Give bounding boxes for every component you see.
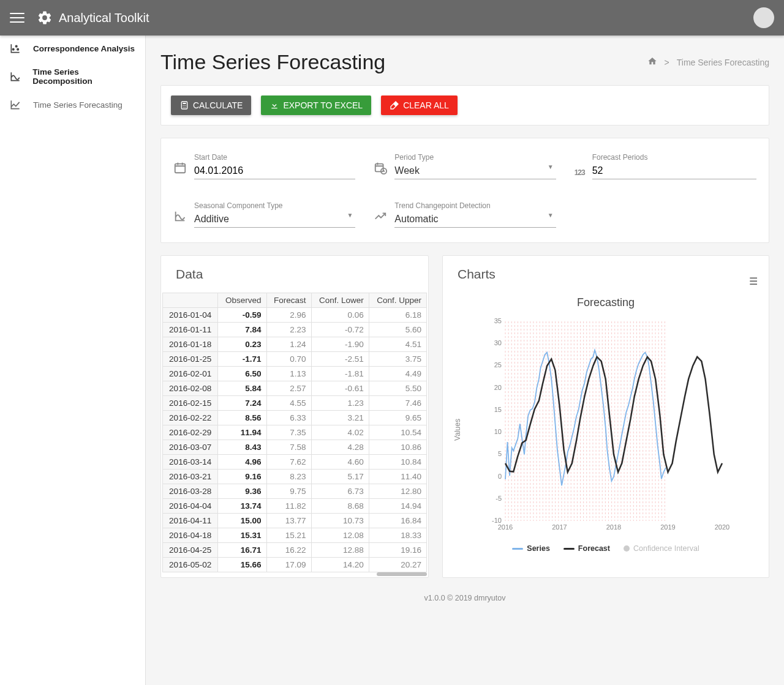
svg-rect-4	[183, 103, 186, 104]
export-button[interactable]: EXPORT TO EXCEL	[261, 95, 371, 115]
svg-text:20: 20	[494, 384, 502, 391]
table-row: 2016-03-289.369.756.7312.80	[163, 484, 427, 499]
horizontal-scrollbar[interactable]	[377, 572, 427, 576]
table-row: 2016-05-0215.6617.0914.2020.27	[163, 558, 427, 572]
start-date-input[interactable]	[194, 163, 355, 179]
svg-text:2019: 2019	[660, 523, 675, 531]
seasonal-field: Seasonal Component Type Additive ▼	[173, 201, 355, 228]
svg-text:2017: 2017	[552, 523, 567, 531]
chart-legend: Series Forecast Confidence Interval	[454, 544, 758, 553]
start-date-label: Start Date	[194, 153, 355, 162]
svg-point-1	[15, 45, 17, 47]
calculate-button[interactable]: CALCULATE	[171, 95, 251, 115]
table-header: Observed	[218, 293, 266, 308]
sidebar-item-decomposition[interactable]: Time Series Decomposition	[0, 61, 145, 92]
seasonal-label: Seasonal Component Type	[194, 201, 355, 210]
avatar[interactable]	[753, 7, 774, 28]
calendar-clock-icon	[374, 161, 387, 179]
svg-text:-5: -5	[496, 495, 502, 502]
breadcrumb: > Time Series Forecasting	[647, 56, 769, 68]
period-type-label: Period Type	[394, 153, 556, 162]
table-row: 2016-02-016.501.13-1.814.49	[163, 367, 427, 381]
svg-text:2018: 2018	[606, 523, 621, 531]
gear-icon	[37, 10, 53, 26]
table-row: 2016-03-144.967.624.6010.84	[163, 455, 427, 470]
menu-icon[interactable]	[10, 13, 24, 23]
data-panel: Data ObservedForecastConf. LowerConf. Up…	[160, 255, 429, 578]
svg-rect-12	[375, 164, 383, 172]
legend-series[interactable]: Series	[512, 544, 550, 553]
svg-point-7	[185, 105, 186, 106]
sidebar-item-label: Time Series Decomposition	[32, 67, 137, 86]
forecast-chart: -10-50510152025303520162017201820192020	[454, 315, 758, 536]
table-row: 2016-01-25-1.710.70-2.513.75	[163, 352, 427, 367]
table-row: 2016-02-085.842.57-0.615.50	[163, 381, 427, 396]
table-row: 2016-01-117.842.23-0.725.60	[163, 323, 427, 337]
sidebar-item-correspondence[interactable]: Correspondence Analysis	[0, 36, 145, 61]
sidebar-item-label: Correspondence Analysis	[33, 44, 135, 53]
table-header: Conf. Upper	[369, 293, 426, 308]
forecast-periods-input[interactable]	[592, 163, 756, 179]
seasonal-select[interactable]: Additive	[194, 211, 355, 228]
trend-field: Trend Changepoint Detection Automatic ▼	[374, 201, 556, 228]
svg-text:0: 0	[498, 473, 502, 480]
table-header: Forecast	[266, 293, 311, 308]
table-row: 2016-01-04-0.592.960.066.18	[163, 308, 427, 323]
forecast-periods-field: 123 Forecast Periods	[575, 153, 756, 179]
data-panel-title: Data	[161, 256, 428, 293]
charts-panel: Charts Forecasting ☰ -10-505101520253035…	[442, 255, 769, 578]
table-row: 2016-02-2911.947.354.0210.54	[163, 425, 427, 440]
svg-text:15: 15	[494, 406, 502, 413]
svg-text:2020: 2020	[715, 523, 729, 531]
chart-menu-icon[interactable]: ☰	[749, 275, 758, 287]
table-row: 2016-01-180.231.24-1.904.51	[163, 337, 427, 352]
table-header	[163, 293, 218, 308]
table-row: 2016-04-1815.3115.2112.0818.33	[163, 528, 427, 543]
trend-icon	[374, 209, 387, 228]
clear-button[interactable]: CLEAR ALL	[381, 95, 458, 115]
table-row: 2016-04-1115.0013.7710.7316.84	[163, 514, 427, 528]
breadcrumb-sep: >	[665, 58, 669, 67]
legend-forecast[interactable]: Forecast	[564, 544, 610, 553]
decompose-icon	[9, 70, 21, 83]
start-date-field: Start Date	[173, 153, 355, 179]
table-row: 2016-03-078.437.584.2810.86	[163, 440, 427, 455]
calculator-icon	[179, 100, 189, 110]
charts-panel-title: Charts	[443, 256, 769, 293]
scatter-icon	[9, 42, 22, 55]
svg-point-10	[185, 107, 186, 108]
page-title: Time Series Forecasting	[160, 50, 385, 74]
svg-text:25: 25	[494, 361, 502, 369]
svg-text:5: 5	[498, 450, 502, 457]
trend-select[interactable]: Automatic	[394, 211, 556, 228]
sidebar-item-label: Time Series Forecasting	[33, 100, 123, 110]
data-table: ObservedForecastConf. LowerConf. Upper 2…	[162, 293, 427, 572]
svg-point-5	[183, 105, 183, 106]
number-icon: 123	[575, 168, 585, 179]
download-icon	[270, 100, 279, 110]
table-row: 2016-04-2516.7116.2212.8819.16	[163, 543, 427, 558]
svg-text:35: 35	[494, 317, 502, 324]
svg-point-0	[12, 48, 14, 50]
home-icon[interactable]	[647, 56, 657, 68]
svg-text:10: 10	[494, 428, 502, 435]
footer: v1.0.0 © 2019 dmryutov	[160, 578, 769, 618]
toolbar: CALCULATE EXPORT TO EXCEL CLEAR ALL	[160, 85, 769, 125]
period-type-select[interactable]: Week	[394, 163, 556, 179]
svg-point-6	[184, 105, 184, 106]
sidebar: Correspondence Analysis Time Series Deco…	[0, 36, 146, 685]
sidebar-item-forecasting[interactable]: Time Series Forecasting	[0, 92, 145, 118]
svg-point-2	[17, 48, 19, 50]
breadcrumb-current: Time Series Forecasting	[677, 58, 769, 67]
svg-point-9	[184, 107, 184, 108]
forecast-periods-label: Forecast Periods	[592, 153, 756, 162]
chart-ylabel: Values	[453, 419, 462, 441]
table-row: 2016-03-219.168.235.1711.40	[163, 470, 427, 484]
svg-point-8	[183, 107, 183, 108]
table-row: 2016-04-0413.7411.828.6814.94	[163, 499, 427, 514]
chart-title: Forecasting	[454, 296, 758, 309]
table-header: Conf. Lower	[311, 293, 369, 308]
legend-ci[interactable]: Confidence Interval	[624, 544, 699, 553]
svg-text:30: 30	[494, 339, 502, 346]
table-row: 2016-02-228.566.333.219.65	[163, 411, 427, 425]
